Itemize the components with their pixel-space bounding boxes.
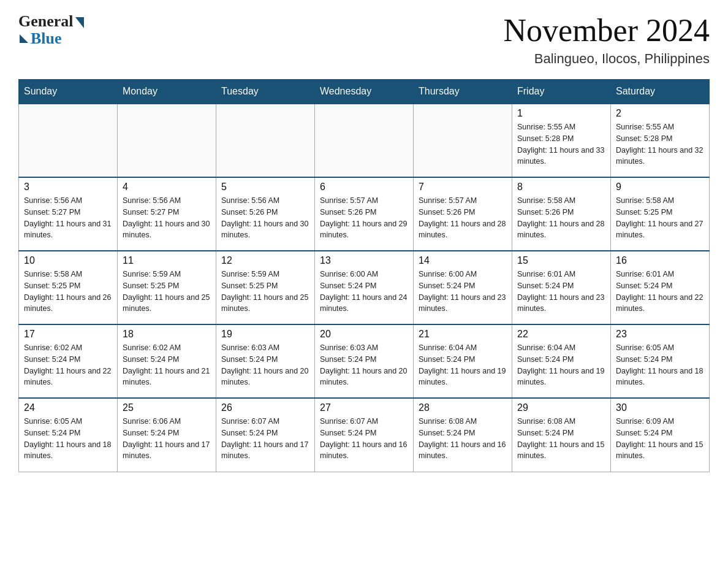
day-info: Sunrise: 6:03 AM Sunset: 5:24 PM Dayligh…	[320, 342, 408, 388]
day-info: Sunrise: 6:01 AM Sunset: 5:24 PM Dayligh…	[517, 269, 605, 315]
day-number: 1	[517, 108, 605, 119]
day-number: 27	[320, 402, 408, 413]
day-number: 23	[616, 329, 704, 340]
calendar-cell	[19, 104, 118, 177]
day-number: 22	[517, 329, 605, 340]
calendar-cell: 24Sunrise: 6:05 AM Sunset: 5:24 PM Dayli…	[19, 398, 118, 472]
day-number: 8	[517, 182, 605, 193]
day-info: Sunrise: 6:05 AM Sunset: 5:24 PM Dayligh…	[616, 342, 704, 388]
calendar-cell: 9Sunrise: 5:58 AM Sunset: 5:25 PM Daylig…	[611, 177, 710, 251]
calendar-cell	[216, 104, 315, 177]
day-info: Sunrise: 5:57 AM Sunset: 5:26 PM Dayligh…	[419, 195, 507, 241]
calendar-cell: 14Sunrise: 6:00 AM Sunset: 5:24 PM Dayli…	[414, 251, 512, 324]
day-info: Sunrise: 5:58 AM Sunset: 5:26 PM Dayligh…	[517, 195, 605, 241]
day-number: 19	[221, 329, 309, 340]
weekday-header-saturday: Saturday	[611, 80, 710, 104]
calendar-cell: 16Sunrise: 6:01 AM Sunset: 5:24 PM Dayli…	[611, 251, 710, 324]
day-number: 2	[616, 108, 704, 119]
day-info: Sunrise: 5:58 AM Sunset: 5:25 PM Dayligh…	[616, 195, 704, 241]
calendar-cell: 4Sunrise: 5:56 AM Sunset: 5:27 PM Daylig…	[118, 177, 216, 251]
page-header: General Blue November 2024 Balingueo, Il…	[18, 12, 710, 67]
day-number: 9	[616, 182, 704, 193]
day-info: Sunrise: 6:04 AM Sunset: 5:24 PM Dayligh…	[419, 342, 507, 388]
day-number: 10	[24, 255, 112, 266]
calendar-cell: 19Sunrise: 6:03 AM Sunset: 5:24 PM Dayli…	[216, 324, 315, 398]
day-info: Sunrise: 5:55 AM Sunset: 5:28 PM Dayligh…	[517, 121, 605, 167]
day-info: Sunrise: 6:01 AM Sunset: 5:24 PM Dayligh…	[616, 269, 704, 315]
calendar-cell: 21Sunrise: 6:04 AM Sunset: 5:24 PM Dayli…	[414, 324, 512, 398]
calendar-cell: 7Sunrise: 5:57 AM Sunset: 5:26 PM Daylig…	[414, 177, 512, 251]
weekday-header-thursday: Thursday	[414, 80, 512, 104]
location-text: Balingueo, Ilocos, Philippines	[504, 51, 710, 67]
day-info: Sunrise: 5:58 AM Sunset: 5:25 PM Dayligh…	[24, 269, 112, 315]
day-info: Sunrise: 5:56 AM Sunset: 5:27 PM Dayligh…	[24, 195, 112, 241]
logo: General Blue	[18, 12, 84, 48]
day-info: Sunrise: 6:03 AM Sunset: 5:24 PM Dayligh…	[221, 342, 309, 388]
day-number: 21	[419, 329, 507, 340]
calendar-cell: 6Sunrise: 5:57 AM Sunset: 5:26 PM Daylig…	[315, 177, 414, 251]
day-number: 16	[616, 255, 704, 266]
calendar-header-row: SundayMondayTuesdayWednesdayThursdayFrid…	[19, 80, 710, 104]
weekday-header-friday: Friday	[512, 80, 611, 104]
day-number: 15	[517, 255, 605, 266]
day-info: Sunrise: 6:08 AM Sunset: 5:24 PM Dayligh…	[419, 416, 507, 462]
weekday-header-sunday: Sunday	[19, 80, 118, 104]
day-info: Sunrise: 6:05 AM Sunset: 5:24 PM Dayligh…	[24, 416, 112, 462]
calendar-cell: 2Sunrise: 5:55 AM Sunset: 5:28 PM Daylig…	[611, 104, 710, 177]
day-info: Sunrise: 5:56 AM Sunset: 5:27 PM Dayligh…	[123, 195, 211, 241]
weekday-header-monday: Monday	[118, 80, 216, 104]
month-title: November 2024	[504, 12, 710, 48]
calendar-week-row: 3Sunrise: 5:56 AM Sunset: 5:27 PM Daylig…	[19, 177, 710, 251]
day-info: Sunrise: 6:07 AM Sunset: 5:24 PM Dayligh…	[320, 416, 408, 462]
calendar-cell: 27Sunrise: 6:07 AM Sunset: 5:24 PM Dayli…	[315, 398, 414, 472]
day-info: Sunrise: 5:59 AM Sunset: 5:25 PM Dayligh…	[123, 269, 211, 315]
day-number: 13	[320, 255, 408, 266]
calendar-week-row: 10Sunrise: 5:58 AM Sunset: 5:25 PM Dayli…	[19, 251, 710, 324]
calendar-cell: 30Sunrise: 6:09 AM Sunset: 5:24 PM Dayli…	[611, 398, 710, 472]
day-number: 29	[517, 402, 605, 413]
calendar-cell: 20Sunrise: 6:03 AM Sunset: 5:24 PM Dayli…	[315, 324, 414, 398]
day-info: Sunrise: 6:06 AM Sunset: 5:24 PM Dayligh…	[123, 416, 211, 462]
day-info: Sunrise: 5:55 AM Sunset: 5:28 PM Dayligh…	[616, 121, 704, 167]
day-number: 18	[123, 329, 211, 340]
day-number: 11	[123, 255, 211, 266]
day-number: 24	[24, 402, 112, 413]
day-number: 25	[123, 402, 211, 413]
calendar-cell: 22Sunrise: 6:04 AM Sunset: 5:24 PM Dayli…	[512, 324, 611, 398]
logo-general-text: General	[18, 12, 74, 31]
day-number: 26	[221, 402, 309, 413]
calendar-cell: 18Sunrise: 6:02 AM Sunset: 5:24 PM Dayli…	[118, 324, 216, 398]
calendar-cell: 3Sunrise: 5:56 AM Sunset: 5:27 PM Daylig…	[19, 177, 118, 251]
calendar-week-row: 1Sunrise: 5:55 AM Sunset: 5:28 PM Daylig…	[19, 104, 710, 177]
day-info: Sunrise: 5:56 AM Sunset: 5:26 PM Dayligh…	[221, 195, 309, 241]
calendar-cell: 12Sunrise: 5:59 AM Sunset: 5:25 PM Dayli…	[216, 251, 315, 324]
day-number: 3	[24, 182, 112, 193]
day-number: 20	[320, 329, 408, 340]
logo-blue-text: Blue	[31, 29, 62, 48]
day-info: Sunrise: 6:08 AM Sunset: 5:24 PM Dayligh…	[517, 416, 605, 462]
calendar-cell: 25Sunrise: 6:06 AM Sunset: 5:24 PM Dayli…	[118, 398, 216, 472]
day-info: Sunrise: 6:04 AM Sunset: 5:24 PM Dayligh…	[517, 342, 605, 388]
day-info: Sunrise: 6:00 AM Sunset: 5:24 PM Dayligh…	[320, 269, 408, 315]
day-number: 5	[221, 182, 309, 193]
day-number: 28	[419, 402, 507, 413]
calendar-cell: 23Sunrise: 6:05 AM Sunset: 5:24 PM Dayli…	[611, 324, 710, 398]
calendar-cell: 17Sunrise: 6:02 AM Sunset: 5:24 PM Dayli…	[19, 324, 118, 398]
day-number: 4	[123, 182, 211, 193]
calendar-week-row: 24Sunrise: 6:05 AM Sunset: 5:24 PM Dayli…	[19, 398, 710, 472]
day-number: 6	[320, 182, 408, 193]
logo-arrow-icon	[75, 17, 84, 28]
calendar-cell: 1Sunrise: 5:55 AM Sunset: 5:28 PM Daylig…	[512, 104, 611, 177]
calendar-cell: 15Sunrise: 6:01 AM Sunset: 5:24 PM Dayli…	[512, 251, 611, 324]
calendar-cell	[315, 104, 414, 177]
day-info: Sunrise: 6:09 AM Sunset: 5:24 PM Dayligh…	[616, 416, 704, 462]
header-right: November 2024 Balingueo, Ilocos, Philipp…	[504, 12, 710, 67]
day-info: Sunrise: 6:00 AM Sunset: 5:24 PM Dayligh…	[419, 269, 507, 315]
day-number: 17	[24, 329, 112, 340]
day-info: Sunrise: 5:57 AM Sunset: 5:26 PM Dayligh…	[320, 195, 408, 241]
calendar-cell: 28Sunrise: 6:08 AM Sunset: 5:24 PM Dayli…	[414, 398, 512, 472]
calendar-cell: 10Sunrise: 5:58 AM Sunset: 5:25 PM Dayli…	[19, 251, 118, 324]
day-number: 7	[419, 182, 507, 193]
day-number: 30	[616, 402, 704, 413]
calendar-cell: 29Sunrise: 6:08 AM Sunset: 5:24 PM Dayli…	[512, 398, 611, 472]
